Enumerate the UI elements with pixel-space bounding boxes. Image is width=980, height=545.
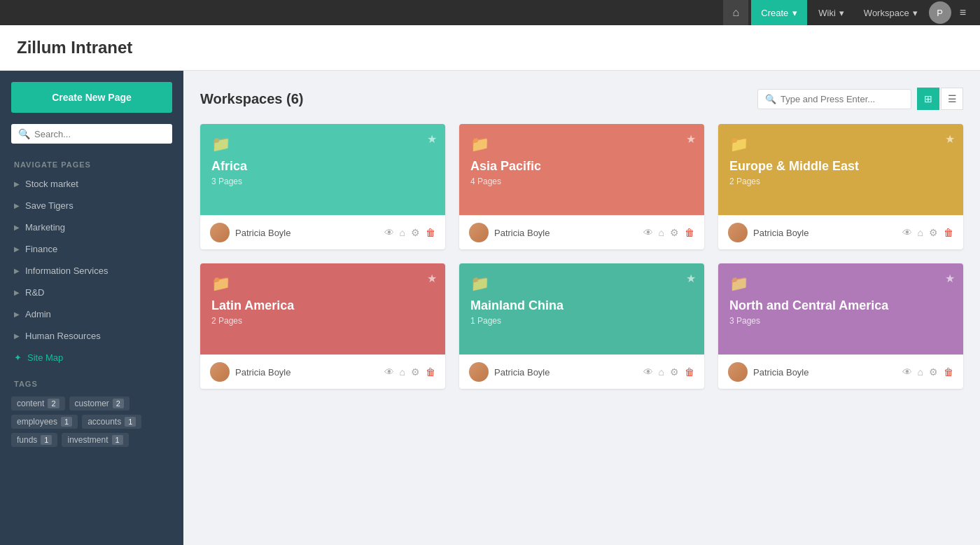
arrow-icon: ▶ — [14, 202, 20, 209]
sidebar-item-finance[interactable]: ▶ Finance — [0, 238, 183, 260]
content-header: Workspaces (6) 🔍 ⊞ ☰ — [200, 88, 963, 110]
card-top-mainland-china[interactable]: 📁 Mainland China 1 Pages ★ — [459, 263, 704, 354]
delete-icon[interactable]: 🗑 — [685, 227, 694, 238]
arrow-icon: ▶ — [14, 332, 20, 340]
sidebar-item-save-tigers[interactable]: ▶ Save Tigers — [0, 195, 183, 216]
home-icon[interactable]: ⌂ — [400, 227, 405, 238]
star-icon[interactable]: ★ — [945, 132, 955, 146]
workspace-pages: 1 Pages — [470, 316, 693, 326]
workspace-pages: 2 Pages — [729, 177, 952, 186]
star-icon[interactable]: ★ — [945, 272, 955, 285]
wiki-button[interactable]: Wiki ▾ — [810, 0, 853, 25]
card-top-latin-america[interactable]: 📁 Latin America 2 Pages ★ — [200, 263, 445, 354]
tag-label: investment — [67, 435, 108, 445]
view-icon[interactable]: 👁 — [902, 227, 912, 238]
sidebar-item-label: Finance — [25, 244, 57, 254]
settings-icon[interactable]: ⚙ — [411, 227, 420, 238]
arrow-icon: ▶ — [14, 223, 20, 231]
create-new-page-button[interactable]: Create New Page — [11, 82, 172, 113]
view-icon[interactable]: 👁 — [643, 227, 653, 238]
tag-accounts[interactable]: accounts 1 — [82, 415, 141, 429]
avatar-initials: P — [937, 8, 943, 18]
user-avatar[interactable]: P — [929, 1, 951, 24]
home-icon[interactable]: ⌂ — [918, 366, 923, 378]
main-content: Workspaces (6) 🔍 ⊞ ☰ 📁 Africa 3 Pages — [183, 71, 980, 545]
view-icon[interactable]: 👁 — [902, 366, 912, 378]
main-search-input[interactable] — [780, 94, 904, 104]
sidebar-item-admin[interactable]: ▶ Admin — [0, 303, 183, 325]
delete-icon[interactable]: 🗑 — [944, 366, 953, 378]
view-icon[interactable]: 👁 — [643, 366, 653, 378]
settings-icon[interactable]: ⚙ — [411, 366, 420, 378]
tag-funds[interactable]: funds 1 — [11, 433, 57, 447]
grid-view-button[interactable]: ⊞ — [917, 88, 939, 110]
workspace-button[interactable]: Workspace ▾ — [855, 0, 926, 25]
workspace-name: North and Central America — [729, 298, 952, 313]
card-bottom-north-central-america: Patricia Boyle 👁 ⌂ ⚙ 🗑 — [718, 354, 963, 389]
star-icon[interactable]: ★ — [427, 272, 437, 285]
home-icon[interactable]: ⌂ — [918, 227, 923, 238]
settings-icon[interactable]: ⚙ — [670, 366, 679, 378]
home-icon[interactable]: ⌂ — [659, 366, 664, 378]
create-dropdown-icon: ▾ — [792, 8, 797, 18]
username: Patricia Boyle — [753, 367, 808, 378]
workspace-pages: 3 Pages — [729, 316, 952, 326]
home-button[interactable]: ⌂ — [723, 0, 748, 25]
user-avatar — [728, 362, 748, 382]
view-toggle: ⊞ ☰ — [917, 88, 963, 110]
tag-investment[interactable]: investment 1 — [62, 433, 128, 447]
home-icon[interactable]: ⌂ — [400, 366, 405, 378]
workspace-card-europe: 📁 Europe & Middle East 2 Pages ★ Patrici… — [718, 124, 963, 249]
card-user: Patricia Boyle — [728, 362, 808, 382]
view-icon[interactable]: 👁 — [384, 366, 394, 378]
delete-icon[interactable]: 🗑 — [685, 366, 694, 378]
user-avatar — [210, 223, 230, 242]
tag-count: 1 — [61, 417, 72, 427]
star-icon[interactable]: ★ — [686, 272, 696, 285]
settings-icon[interactable]: ⚙ — [929, 227, 938, 238]
workspace-pages: 4 Pages — [470, 177, 693, 186]
menu-icon[interactable]: ≡ — [954, 6, 972, 19]
card-bottom-mainland-china: Patricia Boyle 👁 ⌂ ⚙ 🗑 — [459, 354, 704, 389]
workspace-card-latin-america: 📁 Latin America 2 Pages ★ Patricia Boyle… — [200, 263, 445, 389]
tag-customer[interactable]: customer 2 — [69, 396, 130, 411]
tag-employees[interactable]: employees 1 — [11, 415, 78, 429]
card-top-north-central-america[interactable]: 📁 North and Central America 3 Pages ★ — [718, 263, 963, 354]
tag-content[interactable]: content 2 — [11, 396, 65, 411]
list-view-button[interactable]: ☰ — [941, 88, 963, 110]
workspace-name: Asia Pacific — [470, 159, 693, 174]
sidebar-item-rd[interactable]: ▶ R&D — [0, 282, 183, 303]
workspace-name: Mainland China — [470, 298, 693, 313]
card-top-africa[interactable]: 📁 Africa 3 Pages ★ — [200, 124, 445, 215]
sidebar-search-input[interactable] — [34, 129, 165, 139]
settings-icon[interactable]: ⚙ — [670, 227, 679, 238]
workspace-name: Latin America — [211, 298, 434, 313]
workspace-card-north-central-america: 📁 North and Central America 3 Pages ★ Pa… — [718, 263, 963, 389]
tag-count: 2 — [48, 399, 59, 408]
arrow-icon: ▶ — [14, 180, 20, 188]
star-icon[interactable]: ★ — [427, 132, 437, 146]
username: Patricia Boyle — [235, 367, 290, 378]
site-map-link[interactable]: ✦ Site Map — [0, 347, 183, 368]
sidebar-item-human-resources[interactable]: ▶ Human Resources — [0, 325, 183, 347]
delete-icon[interactable]: 🗑 — [944, 227, 953, 238]
settings-icon[interactable]: ⚙ — [929, 366, 938, 378]
view-icon[interactable]: 👁 — [384, 227, 394, 238]
arrow-icon: ▶ — [14, 245, 20, 253]
tags-container: content 2 customer 2 employees 1 account… — [0, 394, 183, 450]
username: Patricia Boyle — [753, 228, 808, 238]
delete-icon[interactable]: 🗑 — [426, 366, 435, 378]
home-icon[interactable]: ⌂ — [659, 227, 664, 238]
main-search-box: 🔍 — [757, 89, 911, 109]
star-icon[interactable]: ★ — [686, 132, 696, 146]
card-top-asia-pacific[interactable]: 📁 Asia Pacific 4 Pages ★ — [459, 124, 704, 215]
app-header: Zillum Intranet — [0, 25, 980, 71]
create-button[interactable]: Create ▾ — [751, 0, 807, 25]
sidebar-item-stock-market[interactable]: ▶ Stock market — [0, 173, 183, 195]
card-user: Patricia Boyle — [728, 223, 808, 242]
card-top-europe[interactable]: 📁 Europe & Middle East 2 Pages ★ — [718, 124, 963, 215]
workspace-card-asia-pacific: 📁 Asia Pacific 4 Pages ★ Patricia Boyle … — [459, 124, 704, 249]
delete-icon[interactable]: 🗑 — [426, 227, 435, 238]
sidebar-item-marketing[interactable]: ▶ Marketing — [0, 216, 183, 238]
sidebar-item-information-services[interactable]: ▶ Information Services — [0, 260, 183, 282]
